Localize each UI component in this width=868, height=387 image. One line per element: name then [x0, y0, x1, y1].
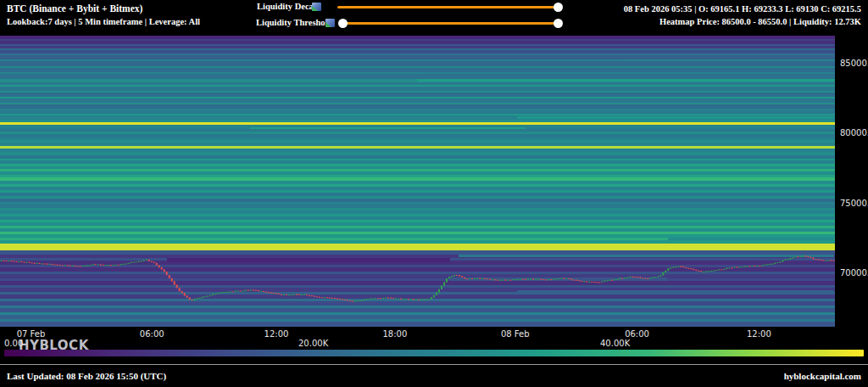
liquidity-threshold-slider[interactable]	[342, 22, 559, 25]
x-axis-tick-label: 06:00	[140, 329, 164, 339]
liquidity-decay-label: Liquidity Decay	[257, 2, 318, 11]
x-axis-tick-label: 08 Feb	[501, 329, 530, 339]
x-axis-tick-label: 12:00	[747, 329, 771, 339]
hyblock-liquidation-heatmap-app: BTC (Binance + Bybit + Bitmex) Lookback:…	[0, 0, 868, 387]
header-right: 08 Feb 2026 05:35 | O: 69165.1 H: 69233.…	[624, 3, 861, 28]
image-placeholder-icon[interactable]	[326, 19, 335, 27]
y-axis-tick-label: 75000.0	[840, 199, 868, 208]
hovered-heatmap-readout: Heatmap Price: 86500.0 - 86550.0 | Liqui…	[624, 15, 861, 28]
x-axis-tick-label: 12:00	[264, 329, 289, 339]
footer: Last Updated: 08 Feb 2026 15:50 (UTC) hy…	[0, 364, 868, 387]
y-axis-tick-label: 80000.0	[840, 128, 868, 137]
liquidity-threshold-max-handle[interactable]	[554, 19, 563, 28]
y-axis-tick-label: 70000.0	[840, 268, 868, 278]
colorbar-gradient	[4, 350, 864, 356]
site-link[interactable]: hyblockcapital.com	[784, 371, 861, 381]
colorbar-tick-label: 20.00K	[298, 339, 328, 348]
image-placeholder-icon[interactable]	[312, 3, 321, 11]
x-axis-tick-label: 06:00	[625, 329, 649, 339]
liquidity-threshold-label: Liquidity Threshold	[256, 18, 332, 27]
colorbar-tick-label: 0.00	[4, 339, 23, 348]
candlestick-overlay	[0, 36, 835, 327]
liquidity-decay-slider[interactable]	[337, 6, 559, 8]
x-axis-tick-label: 07 Feb	[17, 329, 46, 339]
chart-title: BTC (Binance + Bybit + Bitmex)	[7, 3, 200, 15]
image-placeholder-corner	[326, 22, 331, 27]
liquidity-decay-handle[interactable]	[554, 3, 563, 12]
chart-settings-summary: Lookback:7 days | 5 Min timeframe | Leve…	[7, 15, 200, 28]
header-left: BTC (Binance + Bybit + Bitmex) Lookback:…	[7, 3, 200, 28]
image-placeholder-corner	[312, 6, 318, 11]
last-updated-text: Last Updated: 08 Feb 2026 15:50 (UTC)	[7, 371, 166, 381]
colorbar-tick-label: 40.00K	[600, 339, 630, 348]
liquidity-threshold-min-handle[interactable]	[338, 19, 348, 28]
hovered-candle-ohlc: 08 Feb 2026 05:35 | O: 69165.1 H: 69233.…	[624, 3, 861, 15]
x-axis-tick-label: 18:00	[382, 329, 407, 339]
heatmap-plot[interactable]: HYBLOCK	[0, 36, 835, 327]
y-axis-tick-label: 85000.0	[840, 59, 868, 68]
